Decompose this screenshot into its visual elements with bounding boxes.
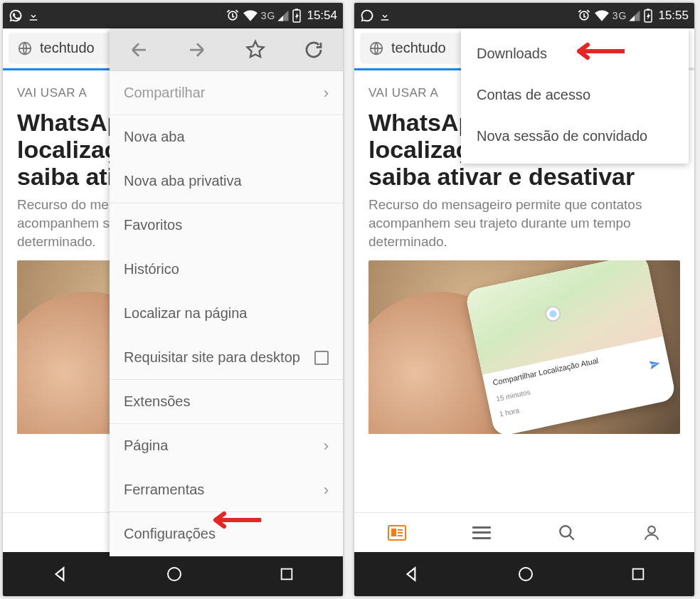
menu-page[interactable]: Página › — [110, 424, 343, 468]
svg-point-8 — [560, 526, 571, 536]
phone-left: 3G 15:54 techtudo VAI USAR A WhatsApp li… — [3, 3, 343, 596]
menu-history-label: Histórico — [124, 261, 179, 277]
app-bottom-nav — [354, 512, 694, 552]
nav-menu-icon[interactable] — [471, 522, 492, 544]
nav-home-icon[interactable] — [166, 566, 183, 583]
menu-desktop-site[interactable]: Requisitar site para desktop — [110, 336, 343, 380]
menu-list: Compartilhar › Nova aba Nova aba privati… — [110, 71, 343, 556]
checkbox-unchecked-icon[interactable] — [314, 351, 329, 365]
url-field[interactable]: techtudo — [9, 33, 115, 64]
url-text: techtudo — [391, 40, 446, 56]
nav-profile-icon[interactable] — [641, 522, 662, 544]
menu-page-label: Página — [124, 438, 168, 454]
submenu-accounts-label: Contas de acesso — [477, 87, 590, 103]
menu-star-icon[interactable] — [242, 36, 269, 63]
wifi-icon — [594, 9, 610, 22]
status-right: 3G 15:55 — [577, 9, 689, 23]
menu-settings-label: Configurações — [124, 526, 216, 542]
android-nav — [354, 552, 694, 596]
status-bar: 3G 15:54 — [3, 3, 343, 28]
menu-forward-icon[interactable] — [184, 36, 211, 63]
menu-favorites-label: Favoritos — [124, 217, 182, 233]
status-left — [9, 9, 40, 23]
wifi-icon — [243, 9, 258, 22]
download-notification-icon — [27, 9, 40, 22]
network-label: 3G — [261, 10, 276, 21]
menu-reload-icon[interactable] — [300, 36, 327, 63]
chevron-right-icon: › — [324, 437, 329, 455]
nav-news-icon[interactable] — [386, 522, 408, 544]
battery-icon — [292, 9, 301, 23]
nav-recent-icon[interactable] — [279, 566, 295, 582]
chevron-right-icon: › — [324, 84, 329, 102]
menu-back-icon[interactable] — [125, 36, 152, 63]
menu-tools[interactable]: Ferramentas › — [110, 468, 343, 512]
globe-icon — [368, 41, 384, 56]
menu-favorites[interactable]: Favoritos — [110, 203, 343, 248]
battery-icon — [644, 9, 652, 23]
svg-rect-11 — [633, 569, 644, 580]
android-nav — [3, 552, 343, 596]
whatsapp-notification-icon — [360, 9, 374, 23]
menu-share[interactable]: Compartilhar › — [110, 71, 343, 115]
submenu-guest-label: Nova sessão de convidado — [477, 128, 647, 144]
menu-find-label: Localizar na página — [124, 305, 247, 322]
nav-home-icon[interactable] — [517, 566, 534, 583]
status-right: 3G 15:54 — [226, 9, 337, 23]
menu-share-label: Compartilhar — [124, 85, 205, 101]
nav-search-icon[interactable] — [556, 522, 578, 544]
svg-point-9 — [648, 526, 655, 533]
download-notification-icon — [378, 9, 391, 22]
chevron-right-icon: › — [324, 481, 329, 499]
status-bar: 3G 15:55 — [354, 3, 694, 28]
menu-extensions[interactable]: Extensões — [110, 380, 343, 424]
svg-point-3 — [168, 568, 181, 581]
nav-back-icon[interactable] — [51, 565, 70, 583]
signal-icon — [277, 9, 290, 22]
nav-recent-icon[interactable] — [630, 566, 646, 582]
annotation-arrow-tools — [206, 510, 261, 530]
signal-icon — [628, 9, 641, 22]
submenu-downloads-label: Downloads — [477, 46, 547, 62]
submenu-accounts[interactable]: Contas de acesso — [461, 74, 689, 115]
map-time-2: 1 hora — [499, 406, 520, 418]
clock: 15:54 — [307, 9, 337, 23]
article-hero-image: Compartilhar Localização Atual 15 minuto… — [368, 260, 680, 434]
menu-new-private-label: Nova aba privativa — [124, 173, 242, 189]
svg-point-10 — [519, 568, 532, 581]
network-label: 3G — [612, 10, 627, 21]
menu-find[interactable]: Localizar na página — [110, 292, 343, 336]
menu-history[interactable]: Histórico — [110, 248, 343, 292]
svg-rect-4 — [282, 569, 292, 580]
send-icon — [648, 358, 662, 373]
menu-extensions-label: Extensões — [124, 393, 190, 410]
menu-desktop-site-label: Requisitar site para desktop — [124, 349, 300, 366]
status-left — [360, 9, 391, 23]
overflow-menu: Compartilhar › Nova aba Nova aba privati… — [110, 28, 343, 556]
submenu-guest[interactable]: Nova sessão de convidado — [461, 115, 689, 157]
svg-rect-1 — [295, 9, 298, 10]
article-subhead: Recurso do mensageiro permite que contat… — [354, 196, 694, 260]
annotation-arrow-downloads — [569, 41, 625, 61]
phone-right: 3G 15:55 techtudo VAI USAR A WhatsApp li… — [354, 3, 694, 596]
nav-back-icon[interactable] — [403, 565, 421, 583]
globe-icon — [17, 41, 33, 56]
map-time-1: 15 minutos — [495, 388, 531, 403]
alarm-icon — [226, 9, 240, 23]
menu-new-tab-label: Nova aba — [124, 129, 185, 145]
clock: 15:55 — [658, 9, 689, 23]
url-field[interactable]: techtudo — [360, 33, 467, 64]
svg-rect-6 — [647, 9, 649, 10]
url-text: techtudo — [40, 40, 95, 56]
menu-new-private[interactable]: Nova aba privativa — [110, 159, 343, 203]
whatsapp-notification-icon — [9, 9, 23, 23]
alarm-icon — [577, 9, 591, 23]
menu-toolbar — [110, 28, 343, 71]
menu-tools-label: Ferramentas — [124, 482, 204, 498]
menu-new-tab[interactable]: Nova aba — [110, 115, 343, 159]
